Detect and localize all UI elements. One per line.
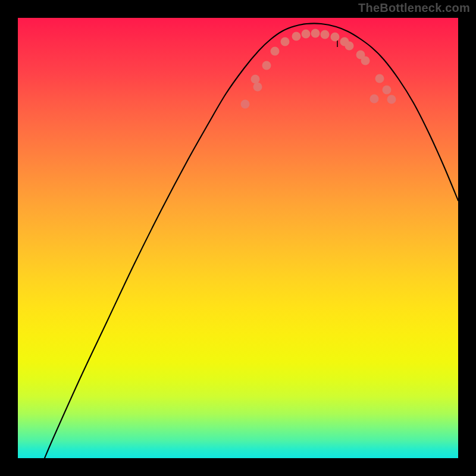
data-dot — [311, 29, 320, 38]
bottleneck-curve — [45, 23, 458, 458]
data-dot — [241, 100, 250, 109]
data-dot — [370, 95, 379, 104]
data-dot — [253, 83, 262, 92]
data-dot — [292, 32, 301, 41]
data-dot — [387, 95, 396, 104]
data-dot — [302, 30, 311, 39]
curve-svg — [18, 18, 458, 458]
data-dot — [262, 61, 271, 70]
watermark-text: TheBottleneck.com — [358, 1, 470, 15]
data-dot — [361, 57, 370, 65]
data-dot — [383, 86, 392, 95]
dots-group — [241, 29, 396, 109]
data-dot — [271, 47, 280, 56]
chart-stage: TheBottleneck.com — [0, 0, 476, 476]
data-dot — [281, 37, 290, 46]
data-dot — [321, 30, 330, 39]
plot-area — [18, 18, 458, 458]
data-dot — [345, 42, 354, 51]
data-dot — [331, 33, 340, 42]
data-dot — [375, 74, 384, 83]
data-dot — [251, 75, 260, 84]
